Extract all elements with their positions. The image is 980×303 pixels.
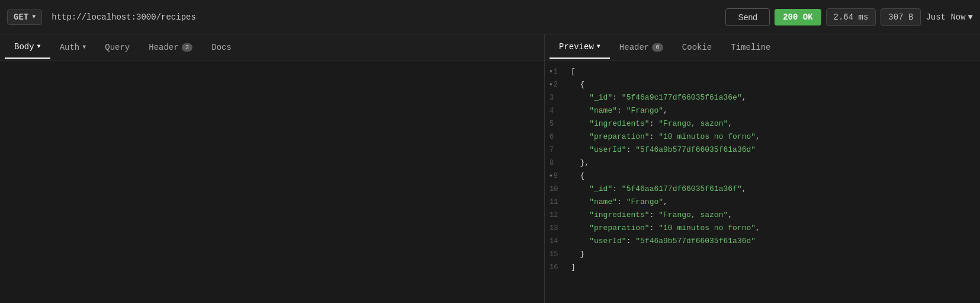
timestamp: Just Now ▼	[926, 12, 973, 22]
right-tabs: Preview ▼Header 6CookieTimeline	[545, 34, 980, 60]
json-line: 12 "ingredients": "Frango, sazon",	[545, 209, 980, 222]
json-line: 8 },	[545, 157, 980, 170]
json-content: [	[571, 65, 576, 78]
json-line: ▼2 {	[545, 78, 980, 91]
json-content: "_id": "5f46a9c177df66035f61a36e",	[571, 91, 747, 104]
line-number: ▼2	[550, 78, 571, 91]
line-number: 11	[550, 196, 571, 209]
left-content	[0, 60, 544, 303]
json-line: 14 "userId": "5f46a9b577df66035f61a36d"	[545, 235, 980, 248]
right-tab-preview[interactable]: Preview ▼	[550, 36, 610, 59]
line-number: 16	[550, 261, 571, 274]
status-badge: 200 OK	[775, 9, 821, 25]
json-line: 6 "preparation": "10 minutos no forno",	[545, 130, 980, 143]
left-tabs: Body ▼Auth ▼QueryHeader 2Docs	[0, 34, 544, 60]
json-line: 3 "_id": "5f46a9c177df66035f61a36e",	[545, 91, 980, 104]
json-content: "userId": "5f46a9b577df66035f61a36d"	[571, 143, 756, 157]
line-number: 8	[550, 157, 571, 170]
json-content: "preparation": "10 minutos no forno",	[571, 222, 760, 235]
line-number: 3	[550, 91, 571, 104]
right-tab-header[interactable]: Header 6	[610, 37, 673, 58]
line-number: ▼1	[550, 65, 571, 78]
left-tab-auth[interactable]: Auth ▼	[50, 37, 96, 58]
json-line: 16]	[545, 261, 980, 274]
left-tab-header[interactable]: Header 2	[139, 37, 202, 58]
json-content: "preparation": "10 minutos no forno",	[571, 130, 760, 143]
line-number: 10	[550, 183, 571, 196]
line-number: 12	[550, 209, 571, 222]
json-content: }	[571, 248, 584, 261]
line-number: 5	[550, 117, 571, 130]
json-content: "ingredients": "Frango, sazon",	[571, 209, 732, 222]
json-content: },	[571, 157, 589, 170]
json-content: "name": "Frango",	[571, 196, 668, 209]
json-viewer: ▼1[▼2 {3 "_id": "5f46a9c177df66035f61a36…	[545, 60, 980, 303]
json-line: ▼1[	[545, 65, 980, 78]
json-line: 5 "ingredients": "Frango, sazon",	[545, 117, 980, 130]
json-content: "name": "Frango",	[571, 104, 668, 117]
right-tab-cookie[interactable]: Cookie	[673, 37, 721, 58]
json-line: 10 "_id": "5f46aa6177df66035f61a36f",	[545, 183, 980, 196]
json-line: 4 "name": "Frango",	[545, 104, 980, 117]
left-tab-body[interactable]: Body ▼	[5, 36, 50, 59]
line-number: ▼9	[550, 170, 571, 183]
json-content: {	[571, 170, 584, 183]
left-panel: Body ▼Auth ▼QueryHeader 2Docs	[0, 34, 545, 303]
timestamp-chevron: ▼	[968, 12, 973, 22]
json-content: "userId": "5f46a9b577df66035f61a36d"	[571, 235, 756, 248]
json-content: ]	[571, 261, 576, 274]
main-layout: Body ▼Auth ▼QueryHeader 2Docs Preview ▼H…	[0, 34, 980, 303]
line-number: 7	[550, 143, 571, 157]
line-number: 14	[550, 235, 571, 248]
top-bar: GET ▼ Send 200 OK 2.64 ms 307 B Just Now…	[0, 0, 980, 34]
line-number: 13	[550, 222, 571, 235]
json-line: 15 }	[545, 248, 980, 261]
line-number: 4	[550, 104, 571, 117]
json-content: {	[571, 78, 584, 91]
method-selector[interactable]: GET ▼	[7, 9, 42, 25]
left-tab-docs[interactable]: Docs	[202, 37, 241, 58]
json-line: 13 "preparation": "10 minutos no forno",	[545, 222, 980, 235]
response-size-badge: 307 B	[881, 8, 921, 26]
json-line: ▼9 {	[545, 170, 980, 183]
json-content: "ingredients": "Frango, sazon",	[571, 117, 732, 130]
json-line: 7 "userId": "5f46a9b577df66035f61a36d"	[545, 143, 980, 157]
json-content: "_id": "5f46aa6177df66035f61a36f",	[571, 183, 747, 196]
left-tab-query[interactable]: Query	[95, 37, 139, 58]
method-chevron: ▼	[32, 14, 36, 20]
line-number: 6	[550, 130, 571, 143]
right-panel: Preview ▼Header 6CookieTimeline ▼1[▼2 {3…	[545, 34, 980, 303]
url-input[interactable]	[47, 10, 721, 24]
line-number: 15	[550, 248, 571, 261]
send-button[interactable]: Send	[725, 8, 770, 26]
json-line: 11 "name": "Frango",	[545, 196, 980, 209]
response-time-badge: 2.64 ms	[826, 8, 876, 26]
method-label: GET	[14, 12, 28, 22]
right-tab-timeline[interactable]: Timeline	[721, 37, 780, 58]
